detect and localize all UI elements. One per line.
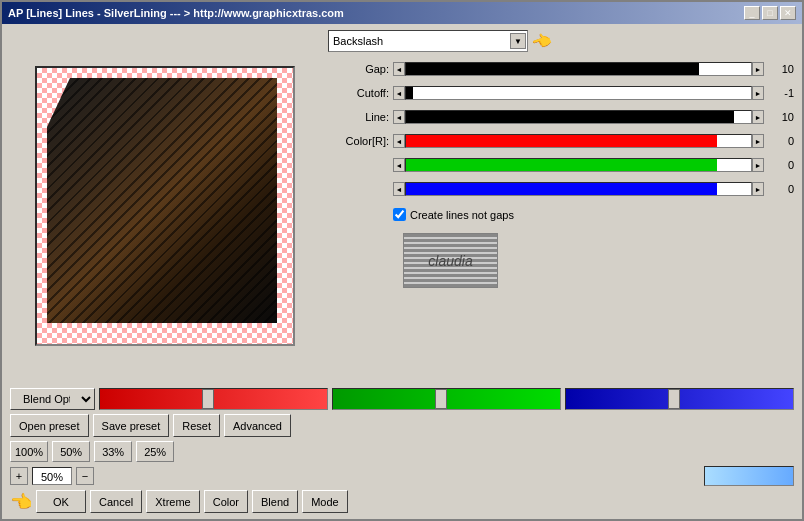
colorB-slider-row: ◄ ► 0 xyxy=(328,180,794,198)
hand-pointer-icon: 👈 xyxy=(529,29,554,54)
gap-value: 10 xyxy=(764,63,794,75)
25-percent-button[interactable]: 25% xyxy=(136,441,174,462)
blend-blue-handle[interactable] xyxy=(668,389,680,409)
colorG-slider-track[interactable] xyxy=(405,158,752,172)
window-title: AP [Lines] Lines - SilverLining --- > ht… xyxy=(8,7,344,19)
open-preset-button[interactable]: Open preset xyxy=(10,414,89,437)
colorG-slider-fill xyxy=(406,159,717,171)
preset-dropdown-row: Backslash ▼ 👈 xyxy=(328,30,794,52)
blend-dropdown[interactable]: Blend Opti xyxy=(10,388,95,410)
gap-slider-row: Gap: ◄ ► 10 xyxy=(328,60,794,78)
line-left-arrow[interactable]: ◄ xyxy=(393,110,405,124)
colorB-left-arrow[interactable]: ◄ xyxy=(393,182,405,196)
mode-button[interactable]: Mode xyxy=(302,490,348,513)
colorG-slider-row: ◄ ► 0 xyxy=(328,156,794,174)
line-label: Line: xyxy=(328,111,393,123)
gap-label: Gap: xyxy=(328,63,393,75)
colorB-right-arrow[interactable]: ► xyxy=(752,182,764,196)
dialog-content: Backslash ▼ 👈 Gap: ◄ ► 10 xyxy=(2,24,802,519)
colorR-slider-track[interactable] xyxy=(405,134,752,148)
zoom-value-display: 50% xyxy=(32,467,72,485)
zoom-minus-button[interactable]: − xyxy=(76,467,94,485)
cutoff-slider-row: Cutoff: ◄ ► -1 xyxy=(328,84,794,102)
colorR-label: Color[R]: xyxy=(328,135,393,147)
hand-ok-icon: 👈 xyxy=(10,491,32,513)
minimize-button[interactable]: _ xyxy=(744,6,760,20)
preset-buttons-row: Open preset Save preset Reset Advanced xyxy=(10,414,794,437)
ok-button[interactable]: OK xyxy=(36,490,86,513)
33-percent-button[interactable]: 33% xyxy=(94,441,132,462)
ok-cancel-row: 👈 OK Cancel Xtreme Color Blend Mode xyxy=(10,490,794,513)
controls-panel: Backslash ▼ 👈 Gap: ◄ ► 10 xyxy=(328,30,794,382)
checkbox-row: Create lines not gaps xyxy=(328,208,794,221)
main-row: Backslash ▼ 👈 Gap: ◄ ► 10 xyxy=(10,30,794,382)
main-window: AP [Lines] Lines - SilverLining --- > ht… xyxy=(0,0,804,521)
xtreme-button[interactable]: Xtreme xyxy=(146,490,199,513)
blend-controls-row: Blend Opti xyxy=(10,388,794,410)
advanced-button[interactable]: Advanced xyxy=(224,414,291,437)
blend-button[interactable]: Blend xyxy=(252,490,298,513)
colorG-left-arrow[interactable]: ◄ xyxy=(393,158,405,172)
save-preset-button[interactable]: Save preset xyxy=(93,414,170,437)
colorR-value: 0 xyxy=(764,135,794,147)
cutoff-value: -1 xyxy=(764,87,794,99)
blend-blue-slider[interactable] xyxy=(565,388,794,410)
colorR-slider-row: Color[R]: ◄ ► 0 xyxy=(328,132,794,150)
blend-red-slider[interactable] xyxy=(99,388,328,410)
colorB-slider-fill xyxy=(406,183,717,195)
create-lines-label: Create lines not gaps xyxy=(410,209,514,221)
line-slider-fill xyxy=(406,111,734,123)
100-percent-button[interactable]: 100% xyxy=(10,441,48,462)
gap-left-arrow[interactable]: ◄ xyxy=(393,62,405,76)
line-slider-row: Line: ◄ ► 10 xyxy=(328,108,794,126)
colorB-value: 0 xyxy=(764,183,794,195)
cutoff-left-arrow[interactable]: ◄ xyxy=(393,86,405,100)
preview-panel xyxy=(10,30,320,382)
colorB-slider-track[interactable] xyxy=(405,182,752,196)
cutoff-slider-track[interactable] xyxy=(405,86,752,100)
zoom-plus-button[interactable]: + xyxy=(10,467,28,485)
line-right-arrow[interactable]: ► xyxy=(752,110,764,124)
preview-thumbnail: claudia xyxy=(403,233,498,288)
cutoff-slider-fill xyxy=(406,87,413,99)
blend-green-slider[interactable] xyxy=(332,388,561,410)
window-controls: _ □ ✕ xyxy=(744,6,796,20)
zoom-action-row: + 50% − xyxy=(10,466,794,486)
preview-canvas xyxy=(35,66,295,346)
line-slider-track[interactable] xyxy=(405,110,752,124)
blend-green-handle[interactable] xyxy=(435,389,447,409)
close-button[interactable]: ✕ xyxy=(780,6,796,20)
50-percent-button[interactable]: 50% xyxy=(52,441,90,462)
preset-dropdown-wrapper: Backslash ▼ xyxy=(328,30,528,52)
reset-button[interactable]: Reset xyxy=(173,414,220,437)
color-preview-bar xyxy=(704,466,794,486)
colorR-slider-fill xyxy=(406,135,717,147)
title-bar: AP [Lines] Lines - SilverLining --- > ht… xyxy=(2,2,802,24)
blend-red-handle[interactable] xyxy=(202,389,214,409)
diagonal-overlay xyxy=(47,78,277,323)
colorR-right-arrow[interactable]: ► xyxy=(752,134,764,148)
gap-slider-fill xyxy=(406,63,699,75)
preset-dropdown[interactable]: Backslash xyxy=(328,30,528,52)
gap-right-arrow[interactable]: ► xyxy=(752,62,764,76)
create-lines-checkbox[interactable] xyxy=(393,208,406,221)
cutoff-right-arrow[interactable]: ► xyxy=(752,86,764,100)
cutoff-label: Cutoff: xyxy=(328,87,393,99)
cancel-button[interactable]: Cancel xyxy=(90,490,142,513)
color-button[interactable]: Color xyxy=(204,490,248,513)
line-value: 10 xyxy=(764,111,794,123)
bottom-bar: Blend Opti Open preset Save preset Reset… xyxy=(10,388,794,513)
thumb-label-text: claudia xyxy=(428,253,472,269)
preview-image xyxy=(47,78,277,323)
colorG-value: 0 xyxy=(764,159,794,171)
colorG-right-arrow[interactable]: ► xyxy=(752,158,764,172)
gap-slider-track[interactable] xyxy=(405,62,752,76)
percent-row: 100% 50% 33% 25% xyxy=(10,441,794,462)
colorR-left-arrow[interactable]: ◄ xyxy=(393,134,405,148)
maximize-button[interactable]: □ xyxy=(762,6,778,20)
